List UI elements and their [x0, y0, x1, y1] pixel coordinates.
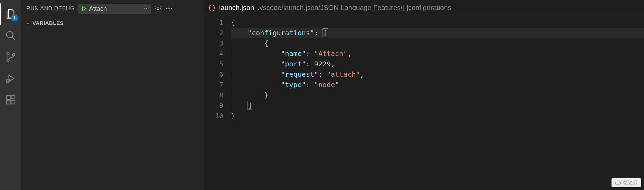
code-token: {: [264, 39, 268, 47]
chevron-down-icon: [26, 21, 30, 26]
svg-point-0: [7, 31, 13, 38]
extensions-icon: [5, 94, 16, 105]
svg-point-15: [157, 8, 159, 10]
svg-rect-12: [11, 100, 15, 104]
code-token: }: [264, 91, 268, 99]
branch-icon: [5, 51, 16, 63]
svg-point-2: [7, 53, 9, 55]
svg-rect-10: [7, 96, 10, 99]
sidebar-header: RUN AND DEBUG Attach: [21, 0, 204, 17]
variables-section-header[interactable]: VARIABLES: [21, 17, 204, 29]
editor-tabs: launch.json .vscode/launch.json/JSON Lan…: [204, 0, 644, 16]
debug-icon: [5, 73, 16, 84]
sidebar-title: RUN AND DEBUG: [26, 6, 75, 12]
explorer-badge: 1: [11, 15, 18, 21]
code-token: "request": [281, 70, 318, 78]
ellipsis-icon[interactable]: [165, 5, 173, 12]
svg-rect-13: [11, 95, 15, 99]
code-token: "attach": [327, 70, 360, 78]
code-token: {: [231, 18, 235, 27]
debug-sidebar: RUN AND DEBUG Attach VARIABLES: [21, 0, 204, 190]
config-name: Attach: [89, 5, 141, 12]
svg-line-7: [6, 79, 7, 80]
search-icon: [5, 30, 16, 41]
cloud-icon: [615, 180, 621, 186]
code-token: "Attach": [314, 49, 347, 58]
svg-point-3: [7, 59, 9, 61]
watermark: 亿速云: [612, 178, 641, 187]
svg-line-9: [6, 83, 7, 84]
tab-title[interactable]: launch.json: [219, 4, 254, 12]
watermark-text: 亿速云: [623, 180, 638, 186]
code-token: ]: [248, 101, 252, 110]
tab-path: .vscode/launch.json/JSON Language Featur…: [258, 4, 451, 12]
extensions-activity[interactable]: [0, 89, 21, 111]
code-token: [: [323, 28, 328, 37]
play-icon: [81, 6, 87, 12]
svg-rect-11: [7, 100, 10, 104]
code-token: "node": [314, 80, 339, 89]
line-number: 3: [204, 38, 223, 48]
svg-point-17: [168, 8, 169, 9]
line-number: 5: [204, 59, 223, 69]
debug-config-dropdown[interactable]: Attach: [78, 4, 151, 14]
code-token: "configurations": [248, 29, 314, 37]
source-control-activity[interactable]: [0, 46, 21, 68]
editor-area: launch.json .vscode/launch.json/JSON Lan…: [204, 0, 644, 190]
line-number: 7: [204, 79, 223, 90]
line-number: 8: [204, 90, 223, 100]
svg-line-1: [12, 37, 15, 40]
svg-point-16: [166, 8, 167, 9]
debug-activity[interactable]: [0, 68, 21, 89]
search-activity[interactable]: [0, 25, 21, 46]
svg-line-8: [9, 79, 10, 80]
editor-body[interactable]: 1 2 3 4 5 6 7 8 9 10 { "configurations":…: [204, 16, 644, 190]
activity-bar: 1: [0, 0, 21, 190]
code-token: "type": [281, 80, 306, 89]
code-token: }: [231, 112, 235, 120]
line-number: 9: [204, 100, 223, 111]
json-icon: [208, 4, 216, 12]
code-token: :: [314, 29, 323, 37]
svg-point-4: [12, 54, 15, 56]
code-content[interactable]: { "configurations": [ { "name": "Attach"…: [231, 17, 644, 190]
code-token: "name": [281, 49, 306, 58]
line-number: 1: [204, 17, 223, 28]
code-token: 9229: [314, 60, 331, 68]
chevron-down-icon: [143, 6, 148, 11]
svg-point-18: [171, 8, 172, 9]
line-number: 4: [204, 48, 223, 59]
svg-marker-14: [82, 7, 86, 11]
code-token: "port": [281, 60, 306, 68]
line-gutter: 1 2 3 4 5 6 7 8 9 10: [204, 17, 231, 190]
line-number: 6: [204, 69, 223, 79]
line-number: 2: [204, 28, 223, 38]
variables-section-title: VARIABLES: [32, 20, 64, 26]
explorer-activity[interactable]: 1: [0, 3, 21, 25]
gear-icon[interactable]: [154, 5, 162, 12]
line-number: 10: [204, 111, 223, 121]
